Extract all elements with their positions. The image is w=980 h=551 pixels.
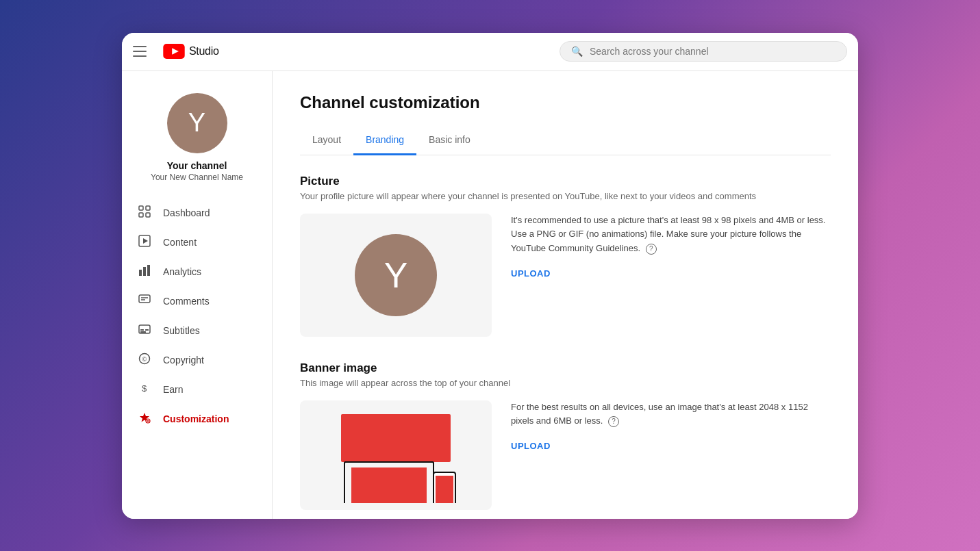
sidebar-item-copyright-label: Copyright [163,355,204,366]
search-input[interactable] [590,46,835,57]
sidebar-item-customization-label: Customization [163,413,229,424]
svg-text:©: © [142,356,147,363]
sidebar-item-earn[interactable]: $ Earn [122,375,272,405]
channel-handle: Your New Channel Name [151,172,243,182]
comments-icon [137,294,152,309]
picture-section-desc: Your profile picture will appear where y… [300,191,831,201]
sidebar-item-analytics[interactable]: Analytics [122,257,272,287]
banner-section-content: For the best results on all devices, use… [300,400,831,510]
svg-rect-11 [139,295,150,303]
tab-branding[interactable]: Branding [353,126,416,155]
subtitles-icon [137,323,152,339]
sidebar-item-dashboard-label: Dashboard [163,207,210,218]
banner-section: Banner image This image will appear acro… [300,361,831,510]
picture-section-title: Picture [300,175,831,188]
banner-help-icon[interactable]: ? [608,416,619,427]
sidebar-item-earn-label: Earn [163,384,184,395]
banner-preview [300,400,492,510]
sidebar-item-dashboard[interactable]: Dashboard [122,198,272,228]
sidebar-item-content-label: Content [163,237,197,248]
header: Studio 🔍 [122,33,858,71]
svg-rect-2 [139,206,143,210]
page-title: Channel customization [300,93,831,112]
svg-rect-8 [139,270,142,276]
svg-text:$: $ [142,383,147,394]
tab-layout[interactable]: Layout [300,126,353,155]
banner-section-desc: This image will appear across the top of… [300,378,831,388]
content-icon [137,235,152,251]
banner-recommendation: For the best results on all devices, use… [511,400,831,429]
search-bar[interactable]: 🔍 [560,41,847,62]
sidebar-item-comments-label: Comments [163,296,210,307]
sidebar: Y Your channel Your New Channel Name Das… [122,71,273,519]
picture-preview: Y [300,214,492,337]
avatar: Y [167,93,227,153]
svg-marker-7 [143,238,148,244]
svg-rect-4 [139,213,143,217]
channel-name: Your channel [167,160,227,171]
menu-button[interactable] [133,40,155,62]
svg-rect-5 [146,213,150,217]
sidebar-item-content[interactable]: Content [122,228,272,257]
main-content: Channel customization Layout Branding Ba… [273,71,858,519]
sidebar-item-comments[interactable]: Comments [122,287,272,316]
body: Y Your channel Your New Channel Name Das… [122,71,858,519]
picture-upload-button[interactable]: UPLOAD [511,268,551,279]
sidebar-item-analytics-label: Analytics [163,266,201,277]
tabs: Layout Branding Basic info [300,126,831,155]
svg-rect-17 [140,331,146,333]
banner-section-title: Banner image [300,361,831,375]
logo-text: Studio [189,45,219,57]
picture-section-content: Y It's recommended to use a picture that… [300,214,831,337]
sidebar-item-customization[interactable]: Customization [122,405,272,434]
sidebar-item-subtitles-label: Subtitles [163,325,200,336]
channel-info: Y Your channel Your New Channel Name [122,82,272,193]
svg-rect-10 [147,265,150,276]
picture-side: It's recommended to use a picture that's… [511,214,831,279]
tab-basic-info[interactable]: Basic info [416,126,483,155]
picture-recommendation: It's recommended to use a picture that's… [511,214,831,256]
app-window: Studio 🔍 Y Your channel Your New Channel… [122,33,858,519]
analytics-icon [137,264,152,280]
svg-rect-9 [143,267,146,276]
svg-rect-15 [140,329,144,331]
earn-icon: $ [137,382,152,398]
youtube-icon [163,44,185,59]
svg-rect-16 [145,329,149,331]
copyright-icon: © [137,353,152,368]
banner-upload-button[interactable]: UPLOAD [511,441,551,451]
svg-rect-27 [351,467,427,503]
svg-rect-24 [341,414,451,462]
sidebar-item-copyright[interactable]: © Copyright [122,346,272,375]
dashboard-icon [137,205,152,221]
svg-rect-3 [146,206,150,210]
banner-side: For the best results on all devices, use… [511,400,831,452]
sidebar-item-subtitles[interactable]: Subtitles [122,316,272,346]
picture-section: Picture Your profile picture will appear… [300,175,831,337]
banner-svg [300,400,492,510]
customization-icon [137,411,152,427]
svg-rect-30 [436,476,453,503]
search-icon: 🔍 [571,46,583,57]
logo: Studio [163,44,219,59]
picture-avatar: Y [355,234,437,316]
picture-help-icon[interactable]: ? [646,244,657,255]
